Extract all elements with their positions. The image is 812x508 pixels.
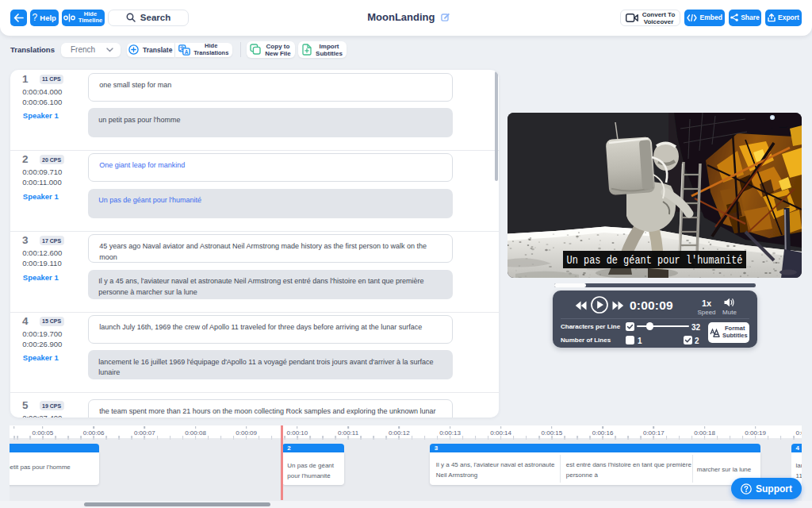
svg-text:A: A: [185, 48, 189, 54]
svg-text:Un pas de géant pour l'humanit: Un pas de géant pour l'humanité: [567, 253, 743, 267]
